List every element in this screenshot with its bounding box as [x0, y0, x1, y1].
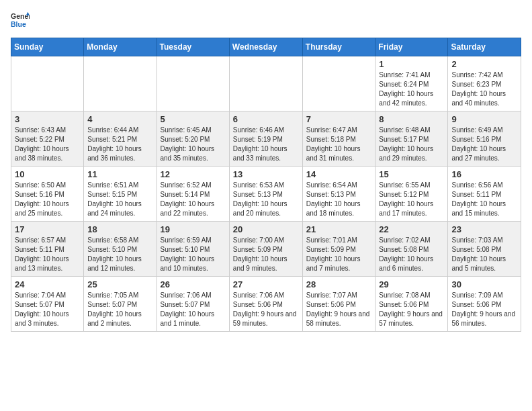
day-number: 29 [379, 279, 444, 289]
day-info: Sunrise: 6:55 AM Sunset: 5:12 PM Dayligh… [379, 181, 444, 218]
calendar-cell: 11Sunrise: 6:51 AM Sunset: 5:15 PM Dayli… [84, 167, 157, 222]
calendar-cell: 19Sunrise: 6:59 AM Sunset: 5:10 PM Dayli… [157, 222, 229, 277]
day-number: 6 [233, 114, 299, 124]
day-info: Sunrise: 6:49 AM Sunset: 5:16 PM Dayligh… [451, 126, 517, 163]
calendar-cell: 14Sunrise: 6:54 AM Sunset: 5:13 PM Dayli… [302, 167, 375, 222]
day-info: Sunrise: 7:07 AM Sunset: 5:06 PM Dayligh… [306, 291, 372, 328]
day-info: Sunrise: 6:52 AM Sunset: 5:14 PM Dayligh… [161, 181, 226, 218]
day-number: 7 [306, 114, 372, 124]
day-info: Sunrise: 6:57 AM Sunset: 5:11 PM Dayligh… [15, 236, 80, 273]
day-number: 11 [87, 169, 152, 179]
day-info: Sunrise: 6:53 AM Sunset: 5:13 PM Dayligh… [233, 181, 299, 218]
calendar-cell: 4Sunrise: 6:44 AM Sunset: 5:21 PM Daylig… [84, 111, 157, 167]
svg-text:Blue: Blue [11, 20, 26, 28]
logo: General Blue [11, 11, 30, 30]
day-number: 22 [379, 224, 444, 234]
calendar-cell: 9Sunrise: 6:49 AM Sunset: 5:16 PM Daylig… [448, 111, 521, 167]
day-number: 5 [161, 114, 226, 124]
day-info: Sunrise: 6:51 AM Sunset: 5:15 PM Dayligh… [87, 181, 152, 218]
day-info: Sunrise: 6:50 AM Sunset: 5:16 PM Dayligh… [15, 181, 80, 218]
day-number: 24 [15, 279, 80, 289]
svg-text:General: General [11, 12, 30, 20]
calendar-cell: 3Sunrise: 6:43 AM Sunset: 5:22 PM Daylig… [11, 111, 84, 167]
day-number: 19 [161, 224, 226, 234]
day-number: 16 [451, 169, 517, 179]
day-info: Sunrise: 7:08 AM Sunset: 5:06 PM Dayligh… [379, 291, 444, 328]
logo-icon: General Blue [11, 11, 30, 30]
calendar-cell: 2Sunrise: 7:42 AM Sunset: 6:23 PM Daylig… [448, 56, 521, 111]
day-info: Sunrise: 7:00 AM Sunset: 5:09 PM Dayligh… [233, 236, 299, 273]
calendar-cell: 17Sunrise: 6:57 AM Sunset: 5:11 PM Dayli… [11, 222, 84, 277]
day-info: Sunrise: 7:42 AM Sunset: 6:23 PM Dayligh… [451, 71, 517, 108]
calendar-cell: 30Sunrise: 7:09 AM Sunset: 5:06 PM Dayli… [448, 277, 521, 332]
calendar-table: SundayMondayTuesdayWednesdayThursdayFrid… [11, 38, 521, 332]
day-info: Sunrise: 6:46 AM Sunset: 5:19 PM Dayligh… [233, 126, 299, 163]
calendar-cell: 23Sunrise: 7:03 AM Sunset: 5:08 PM Dayli… [448, 222, 521, 277]
weekday-header: Wednesday [229, 38, 302, 56]
calendar-cell [229, 56, 302, 111]
calendar-cell: 27Sunrise: 7:06 AM Sunset: 5:06 PM Dayli… [229, 277, 302, 332]
day-number: 10 [15, 169, 80, 179]
calendar-cell: 21Sunrise: 7:01 AM Sunset: 5:09 PM Dayli… [302, 222, 375, 277]
calendar-cell: 26Sunrise: 7:06 AM Sunset: 5:07 PM Dayli… [157, 277, 229, 332]
calendar-cell: 28Sunrise: 7:07 AM Sunset: 5:06 PM Dayli… [302, 277, 375, 332]
day-number: 9 [451, 114, 517, 124]
calendar-cell: 8Sunrise: 6:48 AM Sunset: 5:17 PM Daylig… [375, 111, 448, 167]
weekday-header: Saturday [448, 38, 521, 56]
day-info: Sunrise: 6:58 AM Sunset: 5:10 PM Dayligh… [87, 236, 152, 273]
day-info: Sunrise: 6:45 AM Sunset: 5:20 PM Dayligh… [161, 126, 226, 163]
weekday-header: Thursday [302, 38, 375, 56]
day-info: Sunrise: 6:59 AM Sunset: 5:10 PM Dayligh… [161, 236, 226, 273]
weekday-header-row: SundayMondayTuesdayWednesdayThursdayFrid… [11, 38, 521, 56]
calendar-cell: 22Sunrise: 7:02 AM Sunset: 5:08 PM Dayli… [375, 222, 448, 277]
calendar-week-row: 24Sunrise: 7:04 AM Sunset: 5:07 PM Dayli… [11, 277, 521, 332]
day-number: 14 [306, 169, 372, 179]
day-number: 27 [233, 279, 299, 289]
calendar-cell: 15Sunrise: 6:55 AM Sunset: 5:12 PM Dayli… [375, 167, 448, 222]
calendar-cell: 6Sunrise: 6:46 AM Sunset: 5:19 PM Daylig… [229, 111, 302, 167]
day-number: 17 [15, 224, 80, 234]
day-number: 23 [451, 224, 517, 234]
calendar-cell [302, 56, 375, 111]
calendar-cell: 10Sunrise: 6:50 AM Sunset: 5:16 PM Dayli… [11, 167, 84, 222]
weekday-header: Tuesday [157, 38, 229, 56]
day-info: Sunrise: 7:41 AM Sunset: 6:24 PM Dayligh… [379, 71, 444, 108]
day-number: 3 [15, 114, 80, 124]
day-info: Sunrise: 7:05 AM Sunset: 5:07 PM Dayligh… [87, 291, 152, 328]
calendar-week-row: 3Sunrise: 6:43 AM Sunset: 5:22 PM Daylig… [11, 111, 521, 167]
day-info: Sunrise: 6:43 AM Sunset: 5:22 PM Dayligh… [15, 126, 80, 163]
day-number: 25 [87, 279, 152, 289]
calendar-week-row: 10Sunrise: 6:50 AM Sunset: 5:16 PM Dayli… [11, 167, 521, 222]
day-number: 30 [451, 279, 517, 289]
calendar-cell [84, 56, 157, 111]
weekday-header: Sunday [11, 38, 84, 56]
day-number: 4 [87, 114, 152, 124]
day-info: Sunrise: 6:54 AM Sunset: 5:13 PM Dayligh… [306, 181, 372, 218]
day-info: Sunrise: 7:03 AM Sunset: 5:08 PM Dayligh… [451, 236, 517, 273]
day-number: 15 [379, 169, 444, 179]
day-number: 2 [451, 59, 517, 69]
weekday-header: Friday [375, 38, 448, 56]
calendar-cell [157, 56, 229, 111]
calendar-cell: 12Sunrise: 6:52 AM Sunset: 5:14 PM Dayli… [157, 167, 229, 222]
day-info: Sunrise: 6:47 AM Sunset: 5:18 PM Dayligh… [306, 126, 372, 163]
calendar-week-row: 1Sunrise: 7:41 AM Sunset: 6:24 PM Daylig… [11, 56, 521, 111]
day-number: 1 [379, 59, 444, 69]
calendar-cell: 24Sunrise: 7:04 AM Sunset: 5:07 PM Dayli… [11, 277, 84, 332]
day-number: 26 [161, 279, 226, 289]
day-number: 8 [379, 114, 444, 124]
calendar-cell: 16Sunrise: 6:56 AM Sunset: 5:11 PM Dayli… [448, 167, 521, 222]
day-number: 13 [233, 169, 299, 179]
day-info: Sunrise: 7:04 AM Sunset: 5:07 PM Dayligh… [15, 291, 80, 328]
calendar-cell: 20Sunrise: 7:00 AM Sunset: 5:09 PM Dayli… [229, 222, 302, 277]
calendar-week-row: 17Sunrise: 6:57 AM Sunset: 5:11 PM Dayli… [11, 222, 521, 277]
calendar-cell: 18Sunrise: 6:58 AM Sunset: 5:10 PM Dayli… [84, 222, 157, 277]
day-number: 20 [233, 224, 299, 234]
calendar-cell: 29Sunrise: 7:08 AM Sunset: 5:06 PM Dayli… [375, 277, 448, 332]
page-header: General Blue [11, 11, 521, 30]
day-info: Sunrise: 6:44 AM Sunset: 5:21 PM Dayligh… [87, 126, 152, 163]
day-info: Sunrise: 6:48 AM Sunset: 5:17 PM Dayligh… [379, 126, 444, 163]
day-info: Sunrise: 7:01 AM Sunset: 5:09 PM Dayligh… [306, 236, 372, 273]
day-info: Sunrise: 6:56 AM Sunset: 5:11 PM Dayligh… [451, 181, 517, 218]
calendar-cell: 25Sunrise: 7:05 AM Sunset: 5:07 PM Dayli… [84, 277, 157, 332]
